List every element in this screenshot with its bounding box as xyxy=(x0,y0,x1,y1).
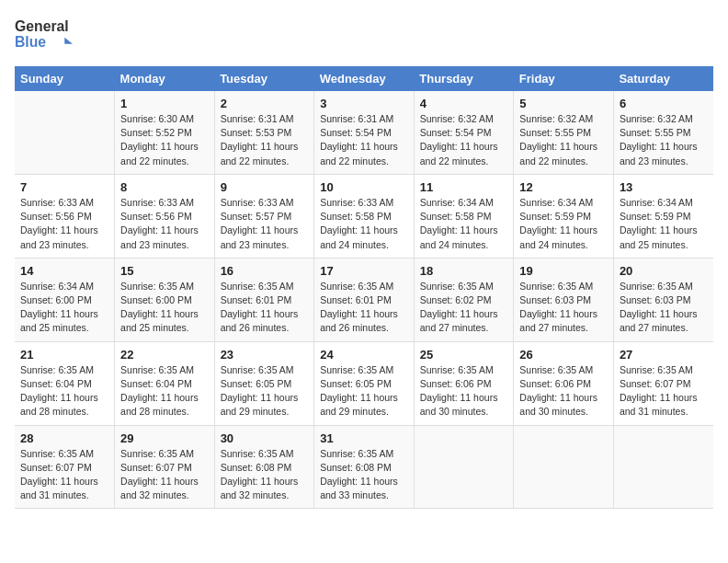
calendar-week-row: 1Sunrise: 6:30 AM Sunset: 5:52 PM Daylig… xyxy=(15,91,713,174)
day-header-monday: Monday xyxy=(115,66,215,91)
calendar-cell: 26Sunrise: 6:35 AM Sunset: 6:06 PM Dayli… xyxy=(514,341,614,425)
day-header-sunday: Sunday xyxy=(15,66,115,91)
day-info: Sunrise: 6:35 AM Sunset: 6:01 PM Dayligh… xyxy=(320,280,408,336)
calendar-cell: 21Sunrise: 6:35 AM Sunset: 6:04 PM Dayli… xyxy=(15,341,115,425)
day-number: 2 xyxy=(221,97,309,110)
day-info: Sunrise: 6:33 AM Sunset: 5:57 PM Dayligh… xyxy=(221,196,309,252)
day-info: Sunrise: 6:30 AM Sunset: 5:52 PM Dayligh… xyxy=(120,112,209,168)
day-number: 4 xyxy=(420,97,508,110)
day-info: Sunrise: 6:35 AM Sunset: 6:07 PM Dayligh… xyxy=(620,363,708,419)
day-info: Sunrise: 6:35 AM Sunset: 6:01 PM Dayligh… xyxy=(221,280,309,336)
day-info: Sunrise: 6:33 AM Sunset: 5:56 PM Dayligh… xyxy=(20,196,108,252)
day-number: 14 xyxy=(20,264,108,278)
calendar-cell: 11Sunrise: 6:34 AM Sunset: 5:58 PM Dayli… xyxy=(414,174,514,258)
day-header-friday: Friday xyxy=(514,66,614,91)
page-header: GeneralBlue xyxy=(15,15,713,55)
day-number: 29 xyxy=(120,431,209,445)
calendar-cell: 6Sunrise: 6:32 AM Sunset: 5:55 PM Daylig… xyxy=(613,91,713,174)
day-number: 8 xyxy=(120,180,209,194)
day-info: Sunrise: 6:32 AM Sunset: 5:54 PM Dayligh… xyxy=(420,112,508,168)
day-number: 16 xyxy=(221,264,309,278)
day-info: Sunrise: 6:35 AM Sunset: 6:06 PM Dayligh… xyxy=(519,363,608,419)
day-number: 5 xyxy=(519,97,608,110)
day-number: 9 xyxy=(221,180,309,194)
day-number: 31 xyxy=(320,431,408,445)
svg-text:Blue: Blue xyxy=(15,34,46,50)
day-number: 24 xyxy=(320,348,408,362)
calendar-cell xyxy=(15,91,115,174)
calendar-week-row: 28Sunrise: 6:35 AM Sunset: 6:07 PM Dayli… xyxy=(15,425,713,509)
day-number: 15 xyxy=(120,264,209,278)
day-number: 1 xyxy=(120,97,209,110)
calendar-cell: 9Sunrise: 6:33 AM Sunset: 5:57 PM Daylig… xyxy=(214,174,314,258)
calendar-cell: 16Sunrise: 6:35 AM Sunset: 6:01 PM Dayli… xyxy=(214,258,314,341)
calendar-cell: 27Sunrise: 6:35 AM Sunset: 6:07 PM Dayli… xyxy=(613,341,713,425)
day-info: Sunrise: 6:35 AM Sunset: 6:07 PM Dayligh… xyxy=(120,447,209,503)
day-header-tuesday: Tuesday xyxy=(214,66,314,91)
day-number: 26 xyxy=(519,348,608,362)
day-number: 27 xyxy=(620,348,708,362)
calendar-cell: 8Sunrise: 6:33 AM Sunset: 5:56 PM Daylig… xyxy=(115,174,215,258)
calendar-cell: 23Sunrise: 6:35 AM Sunset: 6:05 PM Dayli… xyxy=(214,341,314,425)
day-number: 19 xyxy=(519,264,608,278)
day-number: 18 xyxy=(420,264,508,278)
day-info: Sunrise: 6:35 AM Sunset: 6:08 PM Dayligh… xyxy=(320,447,408,503)
day-info: Sunrise: 6:34 AM Sunset: 5:59 PM Dayligh… xyxy=(519,196,608,252)
calendar-cell: 1Sunrise: 6:30 AM Sunset: 5:52 PM Daylig… xyxy=(115,91,215,174)
calendar-cell: 10Sunrise: 6:33 AM Sunset: 5:58 PM Dayli… xyxy=(314,174,415,258)
day-number: 20 xyxy=(620,264,708,278)
calendar-cell: 24Sunrise: 6:35 AM Sunset: 6:05 PM Dayli… xyxy=(314,341,415,425)
calendar-cell: 19Sunrise: 6:35 AM Sunset: 6:03 PM Dayli… xyxy=(514,258,614,341)
day-info: Sunrise: 6:35 AM Sunset: 6:08 PM Dayligh… xyxy=(221,447,309,503)
day-info: Sunrise: 6:34 AM Sunset: 5:59 PM Dayligh… xyxy=(620,196,708,252)
day-info: Sunrise: 6:35 AM Sunset: 6:02 PM Dayligh… xyxy=(420,280,508,336)
calendar-cell: 17Sunrise: 6:35 AM Sunset: 6:01 PM Dayli… xyxy=(314,258,415,341)
day-info: Sunrise: 6:35 AM Sunset: 6:03 PM Dayligh… xyxy=(620,280,708,336)
calendar-cell xyxy=(514,425,614,509)
calendar-cell: 25Sunrise: 6:35 AM Sunset: 6:06 PM Dayli… xyxy=(414,341,514,425)
calendar-cell: 3Sunrise: 6:31 AM Sunset: 5:54 PM Daylig… xyxy=(314,91,415,174)
day-number: 30 xyxy=(221,431,309,445)
day-info: Sunrise: 6:35 AM Sunset: 6:06 PM Dayligh… xyxy=(420,363,508,419)
day-info: Sunrise: 6:35 AM Sunset: 6:07 PM Dayligh… xyxy=(20,447,108,503)
day-number: 10 xyxy=(320,180,408,194)
day-number: 6 xyxy=(620,97,708,110)
day-info: Sunrise: 6:33 AM Sunset: 5:56 PM Dayligh… xyxy=(120,196,209,252)
day-info: Sunrise: 6:35 AM Sunset: 6:05 PM Dayligh… xyxy=(221,363,309,419)
calendar-cell: 12Sunrise: 6:34 AM Sunset: 5:59 PM Dayli… xyxy=(514,174,614,258)
calendar-cell: 13Sunrise: 6:34 AM Sunset: 5:59 PM Dayli… xyxy=(613,174,713,258)
day-info: Sunrise: 6:35 AM Sunset: 6:05 PM Dayligh… xyxy=(320,363,408,419)
day-number: 28 xyxy=(20,431,108,445)
day-number: 3 xyxy=(320,97,408,110)
calendar-cell: 22Sunrise: 6:35 AM Sunset: 6:04 PM Dayli… xyxy=(115,341,215,425)
day-number: 21 xyxy=(20,348,108,362)
day-header-thursday: Thursday xyxy=(414,66,514,91)
day-info: Sunrise: 6:32 AM Sunset: 5:55 PM Dayligh… xyxy=(620,112,708,168)
day-number: 12 xyxy=(519,180,608,194)
svg-marker-2 xyxy=(64,38,73,44)
logo-svg: GeneralBlue xyxy=(15,15,79,55)
calendar-week-row: 14Sunrise: 6:34 AM Sunset: 6:00 PM Dayli… xyxy=(15,258,713,341)
calendar-cell xyxy=(613,425,713,509)
day-header-saturday: Saturday xyxy=(613,66,713,91)
svg-text:General: General xyxy=(15,18,69,34)
day-info: Sunrise: 6:34 AM Sunset: 6:00 PM Dayligh… xyxy=(20,280,108,336)
calendar-cell: 5Sunrise: 6:32 AM Sunset: 5:55 PM Daylig… xyxy=(514,91,614,174)
calendar-cell: 4Sunrise: 6:32 AM Sunset: 5:54 PM Daylig… xyxy=(414,91,514,174)
day-info: Sunrise: 6:31 AM Sunset: 5:54 PM Dayligh… xyxy=(320,112,408,168)
day-info: Sunrise: 6:31 AM Sunset: 5:53 PM Dayligh… xyxy=(221,112,309,168)
logo: GeneralBlue xyxy=(15,15,79,55)
day-number: 22 xyxy=(120,348,209,362)
calendar-cell: 7Sunrise: 6:33 AM Sunset: 5:56 PM Daylig… xyxy=(15,174,115,258)
calendar-cell: 20Sunrise: 6:35 AM Sunset: 6:03 PM Dayli… xyxy=(613,258,713,341)
calendar-cell: 14Sunrise: 6:34 AM Sunset: 6:00 PM Dayli… xyxy=(15,258,115,341)
calendar-week-row: 21Sunrise: 6:35 AM Sunset: 6:04 PM Dayli… xyxy=(15,341,713,425)
calendar-cell: 18Sunrise: 6:35 AM Sunset: 6:02 PM Dayli… xyxy=(414,258,514,341)
day-number: 17 xyxy=(320,264,408,278)
day-header-wednesday: Wednesday xyxy=(314,66,415,91)
day-info: Sunrise: 6:33 AM Sunset: 5:58 PM Dayligh… xyxy=(320,196,408,252)
day-info: Sunrise: 6:35 AM Sunset: 6:00 PM Dayligh… xyxy=(120,280,209,336)
calendar-cell: 15Sunrise: 6:35 AM Sunset: 6:00 PM Dayli… xyxy=(115,258,215,341)
calendar-cell: 29Sunrise: 6:35 AM Sunset: 6:07 PM Dayli… xyxy=(115,425,215,509)
calendar-cell: 28Sunrise: 6:35 AM Sunset: 6:07 PM Dayli… xyxy=(15,425,115,509)
